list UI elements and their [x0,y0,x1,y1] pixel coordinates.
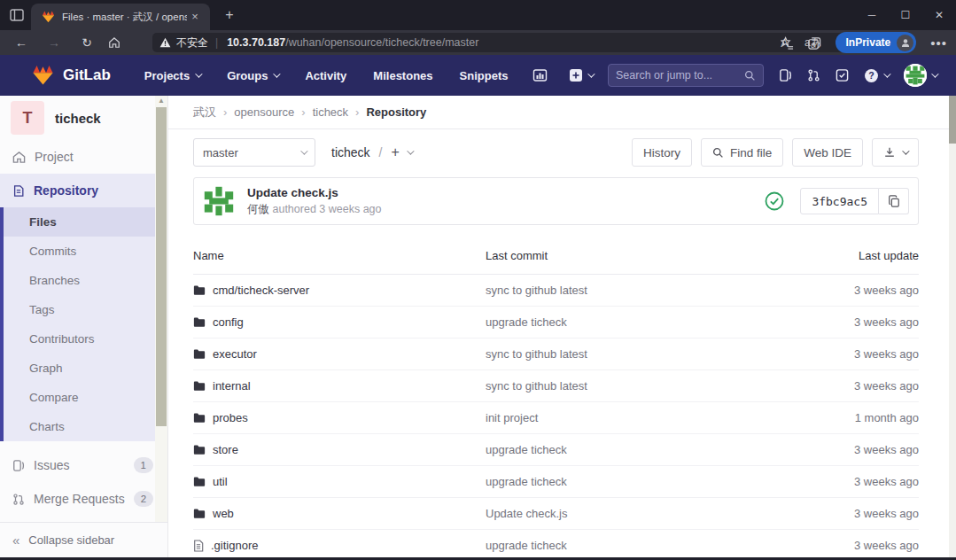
inprivate-badge[interactable]: InPrivate [836,32,917,53]
sidebar-item-repository[interactable]: Repository [0,174,156,207]
issues-nav-icon[interactable] [779,68,792,82]
commit-message-link[interactable]: Update check.js [486,507,568,520]
todos-nav-icon[interactable] [836,68,849,82]
file-name-link[interactable]: .gitignore [211,539,258,552]
commit-message-link[interactable]: upgrade ticheck [486,315,567,329]
sidebar-subitem[interactable]: Contributors [4,324,156,354]
table-row[interactable]: config upgrade ticheck 3 weeks ago [193,307,919,338]
folder-icon [193,476,206,487]
file-name-link[interactable]: probes [213,411,248,424]
file-name-link[interactable]: config [213,315,244,329]
sidebar-subitem[interactable]: Compare [4,383,156,412]
copy-sha-button[interactable] [879,188,909,214]
collections-icon[interactable] [808,36,821,50]
sidebar-subitem[interactable]: Commits [4,237,156,266]
navbar-menu-item[interactable]: Milestones [373,69,432,82]
table-row[interactable]: cmd/ticheck-server sync to github latest… [193,275,919,307]
browser-menu-icon[interactable]: ••• [930,35,947,51]
commit-message-link[interactable]: sync to github latest [486,347,587,361]
file-name-link[interactable]: internal [213,379,251,393]
branch-selector[interactable]: master [193,138,315,167]
new-tab-button[interactable]: + [221,8,238,24]
navbar-menu-item[interactable]: Projects [144,69,200,82]
new-menu-button[interactable] [569,68,593,82]
commit-message-link[interactable]: sync to github latest [486,284,587,297]
forward-button[interactable]: → [43,35,66,50]
table-row[interactable]: probes init project 1 month ago [193,402,919,434]
find-file-button[interactable]: Find file [701,138,783,167]
instance-statistics-icon[interactable] [532,68,548,82]
navbar-menu-item[interactable]: Snippets [460,69,509,82]
pipeline-status-icon[interactable] [765,191,784,211]
tab-actions-icon[interactable] [7,6,27,24]
project-header[interactable]: T ticheck [0,96,167,140]
favorites-icon[interactable] [781,36,794,50]
download-source-button[interactable] [872,138,919,167]
refresh-button[interactable]: ↻ [75,35,98,50]
sidebar-item-issues[interactable]: Issues 1 [0,448,167,482]
tab-close-icon[interactable]: × [187,9,203,25]
table-row[interactable]: executor sync to github latest 3 weeks a… [193,338,919,370]
navbar-menu-item[interactable]: Activity [305,69,346,82]
navbar-menu-item[interactable]: Groups [227,69,278,82]
back-button[interactable]: ← [10,35,33,50]
issues-icon [12,459,25,472]
browser-tab[interactable]: Files · master · 武汉 / opensourc × [31,4,210,30]
file-name-link[interactable]: executor [213,347,257,361]
web-ide-button[interactable]: Web IDE [792,138,863,167]
user-avatar-menu[interactable] [904,64,937,87]
table-row[interactable]: util upgrade ticheck 3 weeks ago [193,466,919,498]
breadcrumb-link[interactable]: 武汉 [193,105,216,121]
sidebar-scrollbar-thumb[interactable] [156,107,167,426]
merge-request-icon [12,493,25,506]
commit-author-identicon[interactable] [203,185,235,217]
add-file-dropdown[interactable]: + [391,144,411,160]
commit-message-link[interactable]: upgrade ticheck [486,475,567,488]
last-update-time: 3 weeks ago [786,347,919,361]
sidebar-item-project[interactable]: Project [0,140,167,174]
table-row[interactable]: .gitignore upgrade ticheck 3 weeks ago [193,530,919,560]
sidebar-item-merge-requests[interactable]: Merge Requests 2 [0,482,167,516]
address-bar[interactable]: 不安全 | 10.3.70.187 /wuhan/opensource/tich… [152,33,857,52]
commit-message-link[interactable]: init project [486,411,538,424]
file-name-link[interactable]: cmd/ticheck-server [213,284,309,297]
home-button[interactable] [108,36,131,49]
scrollbar-up-arrow[interactable]: ▲ [155,96,167,106]
merge-requests-nav-icon[interactable] [807,68,820,82]
path-project-link[interactable]: ticheck [331,145,370,159]
file-name-link[interactable]: util [213,475,228,488]
sidebar-subitem[interactable]: Branches [4,266,156,295]
sidebar-subitem[interactable]: Charts [4,412,156,441]
commit-message-link[interactable]: sync to github latest [486,379,587,393]
maximize-button[interactable]: ☐ [889,0,922,30]
commit-author[interactable]: 何傲 [247,203,269,215]
sidebar-scrollbar[interactable]: ▲ [155,96,167,522]
breadcrumb-link[interactable]: opensource [234,105,294,119]
gitlab-logo[interactable]: GitLab [32,65,111,86]
table-row[interactable]: internal sync to github latest 3 weeks a… [193,370,919,402]
commit-sha[interactable]: 3fbc9ac5 [800,188,879,214]
sidebar-subitem[interactable]: Files [4,207,156,237]
search-input[interactable] [616,69,744,82]
minimize-button[interactable]: ─ [855,0,889,30]
help-menu-icon[interactable]: ? [864,68,889,83]
insecure-label[interactable]: 不安全 [176,35,208,51]
sidebar-subitem[interactable]: Graph [4,354,156,383]
commit-message-link[interactable]: upgrade ticheck [486,443,567,456]
sidebar-subitem[interactable]: Tags [4,295,156,324]
breadcrumb-link[interactable]: ticheck [313,105,348,119]
page-scrollbar[interactable] [949,96,956,557]
collapse-sidebar-button[interactable]: « Collapse sidebar [0,522,167,557]
file-name-link[interactable]: store [213,443,238,456]
history-button[interactable]: History [632,138,692,167]
page-scrollbar-thumb[interactable] [949,96,956,144]
last-update-time: 3 weeks ago [786,379,919,393]
file-name-link[interactable]: web [213,507,234,520]
table-row[interactable]: web Update check.js 3 weeks ago [193,498,919,530]
table-row[interactable]: store upgrade ticheck 3 weeks ago [193,434,919,466]
close-window-button[interactable]: ✕ [922,0,956,30]
commit-message-link[interactable]: Update check.js [247,186,382,199]
last-update-time: 3 weeks ago [786,315,919,329]
commit-message-link[interactable]: upgrade ticheck [486,539,567,552]
global-search-box[interactable] [608,64,764,87]
